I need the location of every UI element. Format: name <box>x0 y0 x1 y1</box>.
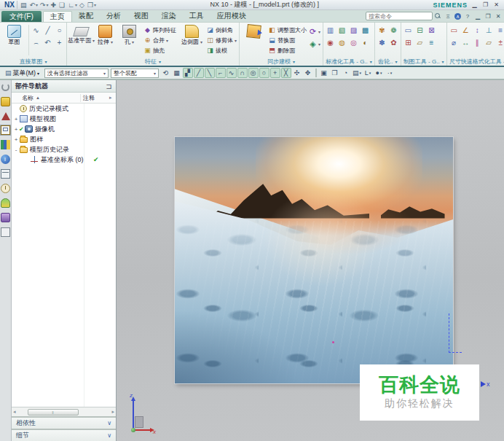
toolbox-button[interactable]: ▥ <box>326 26 335 35</box>
border-bar-button[interactable]: ▣ <box>319 68 329 78</box>
sketch-x-axis-marker[interactable]: x <box>481 380 490 388</box>
curve-tool-button[interactable]: ○ <box>55 26 64 35</box>
border-bar-button[interactable]: ╲ <box>205 68 215 78</box>
edge-blend-button[interactable]: 边倒圆 ▾ <box>180 23 204 46</box>
collapsed-section[interactable]: 细节 ∨ <box>12 429 116 441</box>
border-bar-button[interactable]: ∿ <box>227 68 237 78</box>
toolbox-button[interactable]: ❁ <box>389 26 398 35</box>
feature-small-button[interactable]: ◨拔模 <box>206 45 237 55</box>
toolbox-button[interactable]: ∠ <box>461 26 470 35</box>
tree-expander[interactable]: + <box>13 116 19 122</box>
group-label-synchronous-modeling[interactable]: 同步建模▾ <box>242 57 320 66</box>
sketch-button[interactable]: 草图 <box>2 23 26 45</box>
quick-access-button[interactable]: ▤ <box>20 1 28 9</box>
toolbox-button[interactable]: ✾ <box>377 26 387 35</box>
navigator-horizontal-scrollbar[interactable]: ◂ ‖ ▸ <box>12 407 116 416</box>
border-bar-button[interactable] <box>315 69 317 77</box>
tree-row[interactable]: 基准坐标系 (0) ✔ <box>12 155 116 165</box>
border-bar-button[interactable]: ✥ <box>303 68 313 78</box>
collapsed-section[interactable]: 相依性 ∨ <box>12 416 116 429</box>
toolbox-button[interactable]: ▱ <box>415 38 425 47</box>
resource-bar-button[interactable] <box>1 83 9 91</box>
resource-bar-button[interactable] <box>1 227 10 237</box>
quick-access-button[interactable]: ✚ <box>51 1 58 9</box>
resource-bar-button[interactable] <box>1 184 10 193</box>
feature-button[interactable]: 基准平面 ▾ <box>69 23 93 46</box>
feature-small-button[interactable]: ◆阵列特征 <box>143 25 178 35</box>
document-window-button[interactable]: ? <box>464 13 471 20</box>
wcs-triad[interactable]: z x <box>125 394 156 435</box>
window-control-button[interactable]: ✕ <box>492 1 500 8</box>
ribbon-tab[interactable]: 装配 <box>72 10 100 22</box>
group-label-gear[interactable]: 齿轮..▾ <box>377 57 398 66</box>
document-window-button[interactable]: Ξ <box>444 13 452 20</box>
tree-checkmark[interactable]: ✔ <box>19 126 25 133</box>
toolbox-button[interactable]: ◍ <box>337 38 347 47</box>
toolbox-button[interactable]: ⌀ <box>449 38 459 47</box>
tree-row[interactable]: - 模型历史记录 <box>12 144 116 155</box>
window-control-button[interactable]: ❐ <box>481 1 489 8</box>
feature-button[interactable]: 孔 ▾ <box>117 23 141 46</box>
toolbox-button[interactable]: ⊠ <box>427 26 436 35</box>
window-control-button[interactable]: ▁ <box>470 1 479 8</box>
ribbon-tab[interactable]: 渲染 <box>155 10 183 22</box>
border-bar-button[interactable]: ✣ <box>292 68 302 78</box>
tree-row[interactable]: + 图样 <box>12 134 116 144</box>
toolbox-button[interactable]: ◐ <box>361 38 370 47</box>
toolbox-button[interactable]: ✿ <box>389 38 398 47</box>
feature-small-button[interactable]: ◪倒斜角 <box>206 25 237 35</box>
graphics-window[interactable]: x 百科全说 助你轻松解决 z x <box>117 80 504 441</box>
border-bar-button[interactable]: ·▾ <box>385 68 395 78</box>
toolbox-button[interactable]: ▨ <box>349 26 358 35</box>
feature-small-button[interactable]: ⊕合并▾ <box>143 35 178 45</box>
border-bar-button[interactable]: ∩ <box>237 68 248 78</box>
toolbox-button[interactable]: ▭ <box>403 26 413 35</box>
feature-small-button[interactable]: ▣抽壳 <box>143 45 178 55</box>
pin-icon[interactable]: ⊐ <box>106 82 112 90</box>
selection-filter-dropdown[interactable]: 没有选择过滤器▾ <box>44 69 109 78</box>
toolbox-button[interactable]: ▱ <box>484 38 494 47</box>
border-bar-button[interactable]: ●▾ <box>374 68 384 78</box>
quick-access-button[interactable]: ◇ <box>79 1 85 9</box>
curve-tool-button[interactable]: ╱ <box>43 26 52 35</box>
move-face-button[interactable] <box>242 23 266 39</box>
group-label-drafting-tools[interactable]: 制图工具 - G..▾ <box>403 57 444 66</box>
ribbon-tab[interactable]: 分析 <box>100 10 127 22</box>
chevron-down-icon[interactable]: ∨ <box>107 420 111 426</box>
toolbox-button[interactable]: ↕ <box>473 26 482 35</box>
toolbox-button[interactable]: ✽ <box>377 38 387 47</box>
quick-access-button[interactable]: ∟▾ <box>68 1 77 9</box>
toolbox-button[interactable]: ▭ <box>449 26 459 35</box>
border-bar-button[interactable]: L▾ <box>363 68 373 78</box>
tree-row[interactable]: 历史记录模式 <box>12 104 116 114</box>
toolbox-button[interactable]: ⊞ <box>403 38 413 47</box>
curve-tool-button[interactable]: ⌢ <box>31 38 41 47</box>
quick-access-button[interactable]: ↶▾ <box>29 1 38 9</box>
toolbox-button[interactable]: ◎ <box>349 38 358 47</box>
document-window-button[interactable]: ✕ <box>495 13 502 20</box>
border-bar-button[interactable]: ◎ <box>248 68 259 78</box>
tree-expander[interactable]: + <box>13 126 19 133</box>
resource-bar-button[interactable] <box>1 155 10 164</box>
sync-more-button[interactable]: ⟳▾ <box>309 26 320 36</box>
border-bar-button[interactable]: ▦ <box>172 68 182 78</box>
feature-button[interactable]: 拉伸 ▾ <box>93 23 117 46</box>
group-label-feature[interactable]: 特征▾ <box>69 57 237 66</box>
sync-small-button[interactable]: ⬒删除面 <box>268 45 307 55</box>
border-bar-button[interactable]: ▞ <box>183 68 193 78</box>
quick-access-button[interactable]: ❏ <box>59 1 66 9</box>
selection-scope-dropdown[interactable]: 整个装配▾ <box>111 69 159 78</box>
resource-bar-button[interactable] <box>1 140 10 149</box>
group-label-dimension-format-tools[interactable]: 尺寸快速格式化工具 - GC工具箱▾ <box>449 57 504 66</box>
tree-row[interactable]: + ✔ 摄像机 <box>12 124 116 134</box>
curve-tool-button[interactable]: + <box>55 38 64 47</box>
resource-bar-button[interactable] <box>1 198 10 208</box>
toolbox-button[interactable]: ⊟ <box>415 26 425 35</box>
ribbon-tab[interactable]: 主页 <box>43 11 72 22</box>
scrollbar-thumb[interactable]: ‖ <box>28 409 79 415</box>
tree-row[interactable]: + 模型视图 <box>12 114 116 124</box>
toolbox-button[interactable]: ± <box>496 38 504 47</box>
column-header-name[interactable]: 名称▲ <box>12 94 80 102</box>
border-bar-button[interactable]: ╳ <box>281 68 291 78</box>
chevron-down-icon[interactable]: ∨ <box>107 432 111 439</box>
